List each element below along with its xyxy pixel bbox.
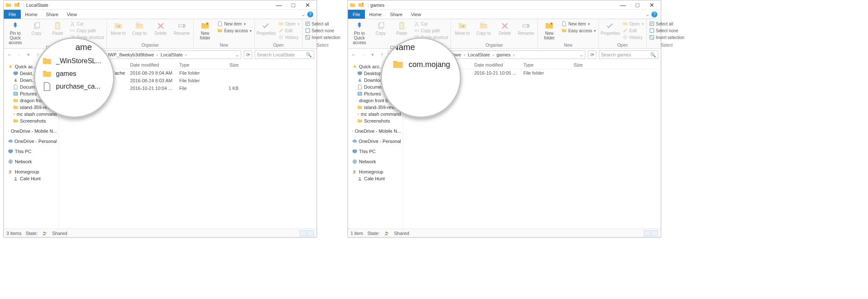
- paste-button[interactable]: Paste: [392, 20, 412, 36]
- breadcrumb-segment[interactable]: games: [496, 52, 510, 57]
- nav-onedrive-personal[interactable]: OneDrive - Personal: [348, 138, 403, 145]
- maximize-button[interactable]: □: [286, 0, 300, 9]
- tab-file[interactable]: File: [4, 10, 21, 19]
- col-date[interactable]: Date modified: [474, 62, 523, 67]
- edit-button[interactable]: Edit: [622, 28, 644, 34]
- nav-onedrive-mobile[interactable]: OneDrive - Mobile N...: [348, 128, 403, 134]
- qat-newfolder-icon[interactable]: [358, 2, 364, 8]
- easy-access-button[interactable]: Easy access ▾: [217, 28, 253, 34]
- back-button[interactable]: ←: [351, 52, 357, 58]
- view-details-button[interactable]: [644, 230, 651, 236]
- ribbon-collapse-icon[interactable]: ⌄: [301, 11, 306, 17]
- tab-share[interactable]: Share: [42, 10, 62, 19]
- cut-button[interactable]: Cut: [69, 21, 105, 27]
- delete-button[interactable]: Delete: [151, 20, 170, 36]
- properties-button[interactable]: Properties: [601, 20, 620, 36]
- properties-button[interactable]: Properties: [256, 20, 276, 36]
- search-input[interactable]: Search LocalState 🔍: [255, 50, 314, 59]
- up-button[interactable]: ↑: [378, 52, 385, 58]
- close-button[interactable]: ✕: [645, 0, 659, 9]
- view-large-button[interactable]: [307, 230, 314, 236]
- breadcrumb-segment[interactable]: LocalState: [161, 52, 183, 57]
- address-dropdown-icon[interactable]: ⌄: [579, 52, 583, 58]
- nav-folder-item[interactable]: Screenshots: [4, 117, 58, 124]
- history-button[interactable]: History: [278, 34, 300, 40]
- view-details-button[interactable]: [300, 230, 306, 236]
- move-to-button[interactable]: Move to: [453, 20, 472, 36]
- copy-path-button[interactable]: Copy path: [413, 28, 449, 34]
- col-date[interactable]: Date modified: [130, 62, 179, 67]
- paste-button[interactable]: Paste: [48, 20, 67, 36]
- copy-path-button[interactable]: Copy path: [69, 28, 105, 34]
- tab-view[interactable]: View: [407, 10, 426, 19]
- history-button[interactable]: History: [622, 34, 644, 40]
- new-item-button[interactable]: New item ▾: [217, 21, 253, 27]
- lens-file-row[interactable]: games: [42, 69, 114, 78]
- tab-view[interactable]: View: [63, 10, 81, 19]
- copy-button[interactable]: Copy: [371, 20, 390, 36]
- nav-user[interactable]: Cale Hunt: [4, 175, 58, 182]
- nav-folder-item[interactable]: mc slash command: [348, 111, 403, 117]
- nav-network[interactable]: Network: [348, 158, 403, 165]
- qat-newfolder-icon[interactable]: [14, 2, 20, 8]
- ribbon-collapse-icon[interactable]: ⌄: [645, 11, 650, 17]
- new-item-button[interactable]: New item ▾: [561, 21, 597, 27]
- cut-button[interactable]: Cut: [413, 21, 449, 27]
- col-size[interactable]: Size: [213, 62, 239, 67]
- recent-dropdown-icon[interactable]: ▾: [369, 52, 376, 58]
- tab-share[interactable]: Share: [386, 10, 406, 19]
- address-dropdown-icon[interactable]: ⌄: [235, 52, 239, 58]
- maximize-button[interactable]: □: [630, 0, 645, 9]
- nav-user[interactable]: Cale Hunt: [348, 175, 403, 182]
- nav-this-pc[interactable]: This PC: [4, 148, 58, 155]
- open-button[interactable]: Open ▾: [278, 21, 300, 27]
- help-icon[interactable]: ?: [651, 11, 657, 17]
- pin-to-quick-access-button[interactable]: Pin to Quick access: [6, 20, 25, 45]
- refresh-button[interactable]: ⟳: [588, 50, 596, 59]
- nav-homegroup[interactable]: Homegroup: [348, 168, 403, 175]
- breadcrumb-segment[interactable]: LocalState: [468, 52, 490, 57]
- back-button[interactable]: ←: [6, 52, 13, 58]
- minimize-button[interactable]: —: [272, 0, 286, 9]
- select-all-button[interactable]: Select all: [304, 21, 341, 27]
- close-button[interactable]: ✕: [300, 0, 315, 9]
- copy-to-button[interactable]: Copy to: [130, 20, 149, 36]
- col-type[interactable]: Type: [179, 62, 213, 67]
- move-to-button[interactable]: Move to: [108, 20, 128, 36]
- forward-button[interactable]: →: [360, 52, 367, 58]
- help-icon[interactable]: ?: [307, 11, 313, 17]
- pin-to-quick-access-button[interactable]: Pin to Quick access: [350, 20, 369, 45]
- lens-file-row[interactable]: _WinStoreSL...: [42, 56, 114, 66]
- nav-network[interactable]: Network: [4, 158, 58, 165]
- recent-dropdown-icon[interactable]: ▾: [25, 52, 32, 58]
- tab-home[interactable]: Home: [365, 10, 386, 19]
- minimize-button[interactable]: —: [616, 0, 630, 9]
- lens-file-row[interactable]: purchase_ca...: [42, 82, 114, 91]
- tab-file[interactable]: File: [348, 10, 365, 19]
- select-none-button[interactable]: Select none: [304, 28, 341, 34]
- invert-selection-button[interactable]: Invert selection: [304, 34, 341, 40]
- new-folder-button[interactable]: New folder: [540, 20, 559, 40]
- delete-button[interactable]: Delete: [495, 20, 515, 36]
- copy-button[interactable]: Copy: [27, 20, 46, 36]
- nav-homegroup[interactable]: Homegroup: [4, 168, 58, 175]
- nav-onedrive-personal[interactable]: OneDrive - Personal: [4, 138, 58, 145]
- forward-button[interactable]: →: [16, 52, 22, 58]
- easy-access-button[interactable]: Easy access ▾: [561, 28, 597, 34]
- nav-folder-item[interactable]: mc slash command: [4, 111, 58, 117]
- view-large-button[interactable]: [651, 230, 658, 236]
- rename-button[interactable]: Rename: [172, 20, 192, 36]
- copy-to-button[interactable]: Copy to: [474, 20, 493, 36]
- search-input[interactable]: Search games 🔍: [599, 50, 658, 59]
- new-folder-button[interactable]: New folder: [195, 20, 215, 40]
- edit-button[interactable]: Edit: [278, 28, 300, 34]
- open-button[interactable]: Open ▾: [622, 21, 644, 27]
- select-none-button[interactable]: Select none: [648, 28, 685, 34]
- lens-file-row[interactable]: com.mojang: [392, 59, 461, 70]
- invert-selection-button[interactable]: Invert selection: [648, 34, 685, 40]
- select-all-button[interactable]: Select all: [648, 21, 685, 27]
- tab-home[interactable]: Home: [21, 10, 42, 19]
- nav-folder-item[interactable]: Screenshots: [348, 117, 403, 124]
- col-size[interactable]: Size: [557, 62, 583, 67]
- col-type[interactable]: Type: [523, 62, 557, 67]
